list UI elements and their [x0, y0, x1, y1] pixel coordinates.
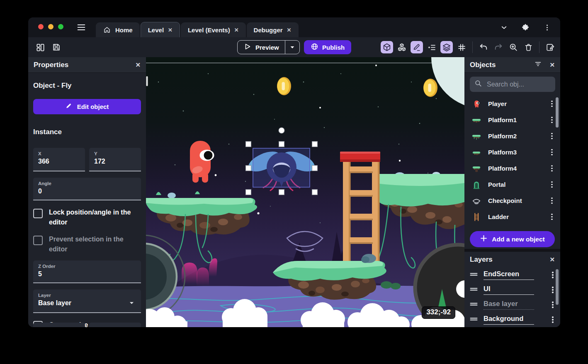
layer-row[interactable]: Base layer [464, 297, 560, 312]
maximize-window-button[interactable] [58, 24, 63, 29]
kebab-menu-icon[interactable] [549, 196, 554, 205]
object-row[interactable]: Checkpoint [464, 193, 560, 209]
search-input[interactable] [486, 80, 544, 89]
tab-home[interactable]: Home [96, 22, 140, 37]
desktop: Home Level ✕ Level (Events) ✕ Debugger ✕ [0, 0, 588, 364]
tab-label: Level [148, 27, 164, 34]
layer-row[interactable]: Background [464, 312, 560, 327]
filter-icon[interactable] [534, 60, 542, 70]
layers-panel: Layers ✕ EndScreen UI [464, 252, 560, 327]
kebab-menu-icon[interactable] [543, 23, 551, 31]
platform2-icon [471, 131, 482, 142]
extensions-puzzle-icon[interactable] [521, 23, 530, 31]
tab-level[interactable]: Level ✕ [141, 22, 180, 37]
pencil-icon [66, 103, 73, 111]
trash-icon[interactable] [522, 41, 535, 53]
scrollbar[interactable] [556, 269, 559, 305]
layers-panel-toggle-icon[interactable] [440, 41, 453, 53]
object-row[interactable]: Portal [464, 176, 560, 193]
object-row[interactable]: Platform4 [464, 160, 560, 176]
objects-panel-toggle-cube-icon[interactable] [381, 41, 393, 53]
close-tab-icon[interactable]: ✕ [168, 27, 173, 33]
coin-sprite[interactable] [423, 79, 437, 97]
kebab-menu-icon[interactable] [550, 270, 555, 279]
lock-position-checkbox-row[interactable]: Lock position/angle in the editor [33, 207, 141, 227]
platform4-icon [471, 163, 482, 174]
coin-sprite[interactable] [277, 77, 291, 95]
minimize-window-button[interactable] [48, 24, 53, 29]
drag-handle-icon[interactable] [469, 300, 478, 310]
drag-handle-icon[interactable] [469, 285, 478, 295]
publish-button[interactable]: Publish [304, 40, 351, 54]
instances-list-icon[interactable] [425, 41, 438, 53]
edit-scene-properties-icon[interactable] [544, 41, 556, 53]
globe-icon [311, 43, 318, 52]
z-order-field[interactable]: Z Order 5 [33, 260, 141, 283]
chevron-down-icon[interactable] [500, 23, 508, 31]
close-icon[interactable]: ✕ [135, 61, 141, 69]
kebab-menu-icon[interactable] [550, 285, 555, 294]
instances-cubes-icon[interactable] [396, 41, 408, 53]
x-position-field[interactable]: X 366 [33, 148, 85, 171]
grid-icon[interactable] [455, 41, 468, 53]
preview-options-button[interactable] [285, 41, 299, 54]
layer-name[interactable]: EndScreen [484, 270, 534, 280]
kebab-menu-icon[interactable] [549, 212, 554, 221]
object-row[interactable]: Platform2 [464, 128, 560, 144]
add-object-button[interactable]: Add a new object [470, 231, 555, 247]
tab-label: Level (Events) [188, 27, 230, 34]
drag-handle-icon[interactable] [469, 270, 478, 280]
layer-name[interactable]: Background [484, 315, 534, 325]
close-tab-icon[interactable]: ✕ [287, 27, 292, 33]
kebab-menu-icon[interactable] [549, 148, 554, 157]
y-position-field[interactable]: Y 172 [89, 148, 141, 171]
menu-icon[interactable] [76, 23, 86, 32]
checkbox-unchecked[interactable] [33, 236, 43, 245]
layer-row[interactable]: EndScreen [464, 268, 560, 282]
divider [539, 41, 539, 53]
kebab-menu-icon[interactable] [549, 132, 554, 140]
layer-name[interactable]: Base layer [484, 300, 534, 310]
object-row[interactable]: Ladder [464, 209, 560, 225]
save-icon[interactable] [51, 42, 62, 53]
zoom-in-icon[interactable] [507, 41, 520, 53]
kebab-menu-icon[interactable] [549, 116, 554, 124]
object-row[interactable]: Player [464, 96, 560, 112]
properties-pencil-icon[interactable] [411, 41, 423, 53]
undo-icon[interactable] [477, 41, 490, 53]
redo-icon[interactable] [492, 41, 505, 53]
object-row[interactable]: Platform1 [464, 112, 560, 128]
close-icon[interactable]: ✕ [549, 256, 555, 263]
close-tab-icon[interactable]: ✕ [234, 27, 239, 33]
layer-select[interactable]: Layer Base layer [33, 289, 141, 313]
edit-object-button[interactable]: Edit object [33, 99, 141, 114]
kebab-menu-icon[interactable] [549, 164, 554, 173]
tab-level-events[interactable]: Level (Events) ✕ [181, 22, 246, 37]
portal-icon [471, 179, 482, 190]
kebab-menu-icon[interactable] [549, 180, 554, 189]
rotate-handle[interactable] [279, 128, 284, 133]
object-search[interactable] [470, 77, 555, 92]
project-manager-icon[interactable] [35, 42, 46, 53]
ladder-icon [471, 212, 482, 222]
play-icon [243, 43, 251, 52]
preview-button[interactable]: Preview [237, 40, 300, 54]
scrollbar[interactable] [556, 97, 559, 128]
checkbox-unchecked[interactable] [33, 209, 43, 218]
scene-canvas[interactable]: 332;-92 [146, 57, 464, 327]
drag-handle-icon[interactable] [469, 315, 478, 325]
kebab-menu-icon[interactable] [550, 315, 555, 324]
layers-panel-title: Layers [470, 256, 493, 264]
close-window-button[interactable] [38, 24, 44, 29]
prevent-selection-checkbox-row[interactable]: Prevent selection in the editor [33, 234, 141, 254]
canvas-scrollbar[interactable] [146, 76, 148, 86]
kebab-menu-icon[interactable] [549, 99, 554, 108]
angle-field[interactable]: Angle 0 [33, 178, 141, 200]
layer-name[interactable]: UI [484, 285, 534, 295]
properties-panel-title: Properties [34, 61, 68, 69]
kebab-menu-icon[interactable] [550, 300, 555, 309]
object-row[interactable]: Platform3 [464, 144, 560, 160]
close-icon[interactable]: ✕ [549, 61, 555, 69]
tab-debugger[interactable]: Debugger ✕ [247, 22, 299, 37]
layer-row[interactable]: UI [464, 282, 560, 297]
